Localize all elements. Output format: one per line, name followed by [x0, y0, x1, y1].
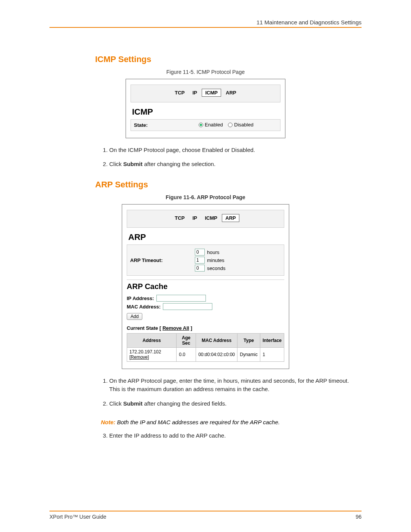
current-state-suffix: ] — [189, 325, 192, 331]
th-address: Address — [127, 334, 177, 348]
arp-step2-bold: Submit — [123, 400, 143, 407]
ip-address-label: IP Address: — [127, 296, 154, 301]
tab-ip[interactable]: IP — [190, 89, 200, 96]
arp-minutes-input[interactable] — [195, 257, 205, 264]
row-mac: 00:d0:04:02:c0:00 — [196, 348, 237, 362]
icmp-step2-prefix: Click — [109, 161, 123, 167]
ip-address-input[interactable] — [156, 295, 206, 302]
arp-tab-arp[interactable]: ARP — [222, 214, 239, 222]
row-age: 0.0 — [177, 348, 196, 362]
seconds-label: seconds — [207, 265, 225, 271]
icmp-step-2: Click Submit after changing the selectio… — [109, 160, 358, 168]
th-interface: Interface — [260, 334, 284, 348]
arp-figure-caption: Figure 11-6. ARP Protocol Page — [49, 194, 362, 200]
icmp-tabs-row: TCP IP ICMP ARP — [131, 85, 280, 102]
arp-timeout-label: ARP Timeout: — [130, 257, 195, 263]
icmp-step2-bold: Submit — [123, 161, 143, 167]
tab-tcp[interactable]: TCP — [172, 89, 188, 96]
arp-panel-heading: ARP — [127, 230, 284, 244]
arp-step-1: On the ARP Protocol page, enter the time… — [109, 377, 358, 393]
mac-address-input[interactable] — [163, 303, 212, 310]
icmp-disabled-label: Disabled — [234, 122, 253, 128]
note-text: Both the IP and MAC addresses are requir… — [115, 419, 280, 425]
arp-timeout-row: ARP Timeout: hours minutes seconds — [127, 244, 284, 276]
icmp-figure-caption: Figure 11-5. ICMP Protocol Page — [49, 69, 362, 75]
footer-page: 96 — [355, 514, 362, 520]
icmp-state-row: State: Enabled Disabled — [131, 119, 280, 131]
mac-address-label: MAC Address: — [127, 304, 161, 310]
arp-tabs-row: TCP IP ICMP ARP — [127, 210, 284, 228]
page-footer: XPort Pro™ User Guide 96 — [49, 511, 362, 520]
footer-left: XPort Pro™ User Guide — [49, 514, 106, 520]
arp-tab-tcp[interactable]: TCP — [172, 214, 188, 222]
arp-hours-input[interactable] — [195, 249, 205, 256]
icmp-step2-suffix: after changing the selection. — [143, 161, 216, 167]
row-iface: 1 — [260, 348, 284, 362]
icmp-state-label: State: — [134, 122, 199, 128]
arp-step-2: Click Submit after changing the desired … — [109, 399, 358, 408]
th-type: Type — [237, 334, 260, 348]
arp-step2-suffix: after changing the desired fields. — [143, 400, 227, 407]
icmp-panel-heading: ICMP — [131, 105, 280, 119]
current-state-label: Current State [ Remove All ] — [127, 325, 284, 331]
minutes-label: minutes — [207, 257, 225, 263]
hours-label: hours — [207, 249, 220, 255]
arp-seconds-input[interactable] — [195, 265, 205, 272]
row-address: 172.20.197.102 — [129, 349, 161, 355]
icmp-radio-enabled[interactable]: Enabled — [199, 122, 223, 128]
tab-icmp[interactable]: ICMP — [202, 89, 221, 97]
icmp-enabled-label: Enabled — [205, 122, 223, 128]
icmp-step-1: On the ICMP Protocol page, choose Enable… — [109, 146, 358, 154]
arp-note: Note: Both the IP and MAC addresses are … — [101, 419, 362, 425]
th-mac: MAC Address — [196, 334, 237, 348]
icmp-radio-disabled[interactable]: Disabled — [228, 122, 253, 128]
row-type: Dynamic — [237, 348, 260, 362]
arp-step-3: Enter the IP address to add to the ARP c… — [109, 431, 358, 440]
icmp-section-title: ICMP Settings — [95, 54, 362, 64]
row-remove-link[interactable]: [Remove] — [129, 355, 149, 360]
tab-arp[interactable]: ARP — [223, 89, 239, 96]
arp-figure-box: TCP IP ICMP ARP ARP ARP Timeout: hours m… — [122, 204, 289, 369]
radio-selected-icon — [199, 123, 203, 127]
add-button[interactable]: Add — [127, 313, 142, 320]
chapter-header: 11 Maintenance and Diagnostics Settings — [49, 19, 362, 28]
note-label: Note: — [101, 419, 115, 425]
arp-tab-ip[interactable]: IP — [190, 214, 200, 222]
th-age: Age Sec — [177, 334, 196, 348]
arp-cache-table: Address Age Sec MAC Address Type Interfa… — [127, 333, 284, 362]
arp-tab-icmp[interactable]: ICMP — [202, 214, 220, 222]
radio-unselected-icon — [228, 123, 233, 127]
arp-step2-prefix: Click — [109, 400, 123, 407]
current-state-prefix: Current State [ — [127, 325, 162, 331]
arp-cache-heading: ARP Cache — [127, 280, 284, 291]
arp-section-title: ARP Settings — [95, 180, 362, 190]
remove-all-link[interactable]: Remove All — [162, 325, 189, 331]
table-row: 172.20.197.102 [Remove] 0.0 00:d0:04:02:… — [127, 348, 284, 362]
icmp-figure-box: TCP IP ICMP ARP ICMP State: Enabled Disa… — [126, 79, 285, 138]
